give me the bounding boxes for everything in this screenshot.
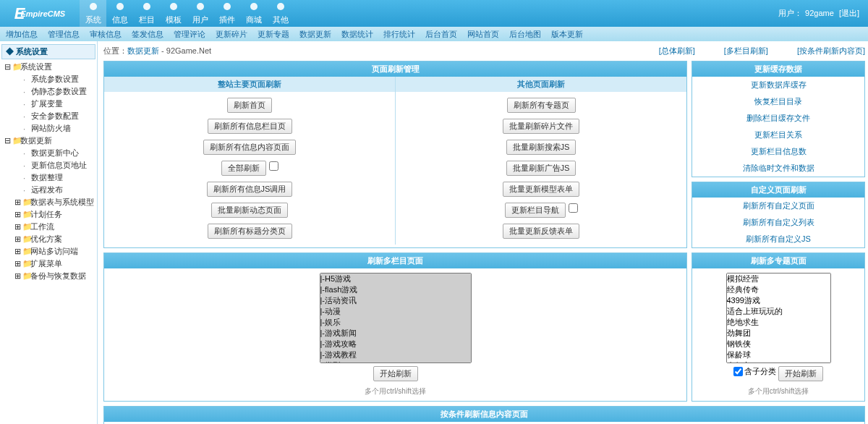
nav-用户[interactable]: 用户 bbox=[187, 0, 213, 27]
user-link[interactable]: 92game bbox=[805, 9, 834, 17]
action-link[interactable]: 恢复栏目目录 bbox=[692, 93, 864, 110]
column-select[interactable]: |-H5游戏|-flash游戏|-活动资讯 |-动漫 |-娱乐 |-游戏新闻 |… bbox=[320, 273, 472, 363]
action-button[interactable]: 批量更新模型表单 bbox=[503, 182, 579, 197]
nav-模板[interactable]: 模板 bbox=[160, 0, 187, 27]
svg-point-5 bbox=[224, 3, 231, 10]
tree-leaf[interactable]: 数据更新中心 bbox=[1, 147, 95, 159]
subnav-item[interactable]: 更新碎片 bbox=[216, 29, 247, 40]
user-area: 用户：92game [退出] bbox=[778, 8, 859, 19]
main-area: 位置：数据更新 - 92Game.Net [总体刷新][多栏目刷新][按条件刷新… bbox=[98, 41, 868, 424]
svg-point-1 bbox=[116, 3, 124, 10]
subnav-item[interactable]: 后台首页 bbox=[425, 29, 457, 40]
action-link[interactable]: 删除栏目缓存文件 bbox=[692, 110, 864, 127]
subnav-item[interactable]: 管理信息 bbox=[48, 29, 80, 40]
panel-cache: 更新缓存数据 更新数据库缓存恢复栏目目录删除栏目缓存文件更新栏目关系更新栏目信息… bbox=[692, 61, 865, 177]
action-button[interactable]: 刷新首页 bbox=[227, 98, 272, 113]
top-nav: 系统信息栏目模板用户插件商城其他 bbox=[80, 0, 294, 27]
tree-leaf[interactable]: 安全参数配置 bbox=[1, 110, 95, 122]
action-button[interactable]: 批量刷新广告JS bbox=[506, 161, 576, 176]
nav-插件[interactable]: 插件 bbox=[213, 0, 240, 27]
header-action-link[interactable]: [总体刷新] bbox=[659, 46, 695, 56]
sidebar-heading: ◆ 系统设置 bbox=[1, 44, 95, 59]
tree-node[interactable]: 📁扩展菜单 bbox=[1, 258, 95, 270]
tree-group[interactable]: 📁数据更新 bbox=[1, 135, 95, 147]
svg-point-6 bbox=[250, 3, 258, 10]
svg-point-7 bbox=[277, 3, 284, 10]
action-button[interactable]: 全部刷新 bbox=[221, 161, 266, 176]
bc-link[interactable]: 数据更新 bbox=[127, 46, 159, 55]
logout-link[interactable]: [退出] bbox=[839, 9, 859, 17]
tree-node[interactable]: 📁网站多访问端 bbox=[1, 245, 95, 258]
panel-conditional: 按条件刷新信息内容页面 刷新数据表： 全选 新闻系统数据表下载系统数据表图片系统… bbox=[103, 406, 865, 424]
subnav-item[interactable]: 管理评论 bbox=[174, 29, 205, 40]
tree-group[interactable]: 📁系统设置 bbox=[1, 61, 95, 73]
svg-point-0 bbox=[90, 3, 97, 10]
sidebar: ◆ 系统设置 📁系统设置系统参数设置伪静态参数设置扩展变量安全参数配置网站防火墙… bbox=[0, 41, 98, 424]
action-link[interactable]: 更新数据库缓存 bbox=[692, 77, 864, 93]
refresh-all-checkbox[interactable] bbox=[269, 161, 278, 171]
start-refresh-button[interactable]: 开始刷新 bbox=[373, 366, 418, 381]
tree-node[interactable]: 📁计划任务 bbox=[1, 208, 95, 221]
sub-nav: 增加信息管理信息审核信息签发信息管理评论更新碎片更新专题数据更新数据统计排行统计… bbox=[0, 27, 868, 41]
header-action-link[interactable]: [多栏目刷新] bbox=[724, 46, 768, 56]
tree-node[interactable]: 📁工作流 bbox=[1, 221, 95, 233]
nav-信息[interactable]: 信息 bbox=[106, 0, 133, 27]
subnav-item[interactable]: 后台地图 bbox=[509, 29, 541, 40]
subnav-item[interactable]: 审核信息 bbox=[90, 29, 122, 40]
svg-point-4 bbox=[197, 3, 204, 10]
subnav-item[interactable]: 更新专题 bbox=[258, 29, 289, 40]
nav-系统[interactable]: 系统 bbox=[80, 0, 106, 27]
tree-leaf[interactable]: 更新信息页地址 bbox=[1, 159, 95, 171]
action-link[interactable]: 更新栏目关系 bbox=[692, 127, 864, 143]
action-link[interactable]: 刷新所有自定义页面 bbox=[692, 198, 864, 214]
refresh-all-checkbox[interactable] bbox=[569, 203, 578, 213]
subnav-item[interactable]: 排行统计 bbox=[383, 29, 415, 40]
tree-leaf[interactable]: 扩展变量 bbox=[1, 98, 95, 110]
tree-leaf[interactable]: 网站防火墙 bbox=[1, 122, 95, 135]
panel-page-refresh: 页面刷新管理 整站主要页面刷新 刷新首页刷新所有信息栏目页刷新所有信息内容页面全… bbox=[103, 61, 687, 248]
breadcrumb: 位置：数据更新 - 92Game.Net [总体刷新][多栏目刷新][按条件刷新… bbox=[103, 46, 865, 56]
subnav-item[interactable]: 签发信息 bbox=[132, 29, 163, 40]
subnav-item[interactable]: 数据统计 bbox=[341, 29, 373, 40]
action-link[interactable]: 更新栏目信息数 bbox=[692, 143, 864, 160]
action-link[interactable]: 刷新所有自定义列表 bbox=[692, 214, 864, 231]
tree-node[interactable]: 📁优化方案 bbox=[1, 233, 95, 245]
tree-node[interactable]: 📁数据表与系统模型 bbox=[1, 196, 95, 208]
header: EEmpireCMS 系统信息栏目模板用户插件商城其他 用户：92game [退… bbox=[0, 0, 868, 27]
nav-栏目[interactable]: 栏目 bbox=[133, 0, 160, 27]
action-button[interactable]: 批量刷新碎片文件 bbox=[503, 119, 579, 134]
start-refresh-button[interactable]: 开始刷新 bbox=[778, 366, 823, 381]
action-button[interactable]: 更新栏目导航 bbox=[505, 203, 566, 218]
action-button[interactable]: 批量更新反馈表单 bbox=[503, 224, 579, 239]
subnav-item[interactable]: 网站首页 bbox=[467, 29, 499, 40]
svg-point-2 bbox=[143, 3, 150, 10]
logo: EEmpireCMS bbox=[0, 0, 80, 27]
action-button[interactable]: 刷新所有专题页 bbox=[507, 98, 576, 113]
action-button[interactable]: 刷新所有信息JS调用 bbox=[207, 182, 293, 197]
panel-multi-topic: 刷新多专题页面 模拟经营经典传奇4399游戏适合上班玩玩的绝地求生劲舞团钢铁侠保… bbox=[692, 253, 865, 402]
tree-leaf[interactable]: 伪静态参数设置 bbox=[1, 85, 95, 98]
action-button[interactable]: 刷新所有信息内容页面 bbox=[203, 140, 296, 155]
action-link[interactable]: 刷新所有自定义JS bbox=[692, 231, 864, 247]
subnav-item[interactable]: 增加信息 bbox=[6, 29, 38, 40]
include-sub-checkbox[interactable] bbox=[733, 367, 743, 376]
topic-select[interactable]: 模拟经营经典传奇4399游戏适合上班玩玩的绝地求生劲舞团钢铁侠保龄球自行车DNF… bbox=[726, 273, 831, 363]
tree-node[interactable]: 📁备份与恢复数据 bbox=[1, 270, 95, 282]
tree-leaf[interactable]: 系统参数设置 bbox=[1, 73, 95, 85]
subnav-item[interactable]: 版本更新 bbox=[551, 29, 583, 40]
panel-multi-column: 刷新多栏目页面 |-H5游戏|-flash游戏|-活动资讯 |-动漫 |-娱乐 … bbox=[103, 253, 687, 402]
tree-leaf[interactable]: 数据整理 bbox=[1, 171, 95, 184]
action-button[interactable]: 批量刷新动态页面 bbox=[211, 203, 288, 218]
header-action-link[interactable]: [按条件刷新内容页] bbox=[797, 46, 865, 56]
svg-point-3 bbox=[170, 3, 177, 10]
subnav-item[interactable]: 数据更新 bbox=[299, 29, 331, 40]
nav-商城[interactable]: 商城 bbox=[240, 0, 267, 27]
action-button[interactable]: 刷新所有信息栏目页 bbox=[208, 119, 292, 134]
action-button[interactable]: 批量刷新搜索JS bbox=[506, 140, 576, 155]
action-link[interactable]: 清除临时文件和数据 bbox=[692, 160, 864, 177]
panel-custom: 自定义页面刷新 刷新所有自定义页面刷新所有自定义列表刷新所有自定义JS bbox=[692, 182, 865, 248]
action-button[interactable]: 刷新所有标题分类页 bbox=[208, 224, 292, 239]
tree-leaf[interactable]: 远程发布 bbox=[1, 184, 95, 196]
nav-其他[interactable]: 其他 bbox=[267, 0, 294, 27]
